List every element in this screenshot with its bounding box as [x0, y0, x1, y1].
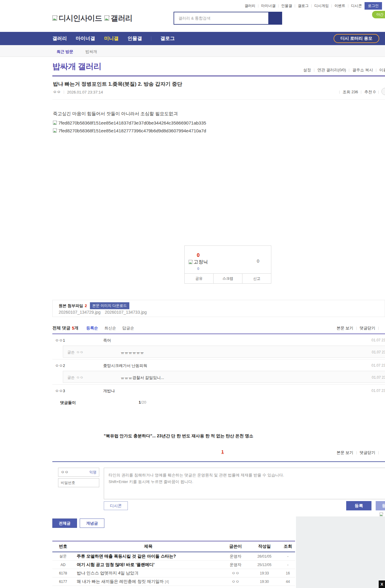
divider [295, 4, 295, 8]
image-alt-text: 7fed8270b58368f151ee85e141837d73e37d0be3… [58, 120, 206, 125]
col-number: 번호 [52, 544, 74, 549]
comment-text: 좆망시크레가서 난동피워 [103, 363, 147, 368]
top-link-dccon[interactable]: 디시콘 [351, 3, 362, 8]
row-writer[interactable]: ㅇㅇ [223, 579, 248, 584]
reply-nick[interactable]: ㅇㅇ [76, 375, 83, 380]
related-galleries-link[interactable]: 연관 갤러리(0/0) [317, 67, 346, 73]
top-link-gallery[interactable]: 갤러리 [245, 3, 255, 8]
nav-item-mini-active[interactable]: 미니갤 [104, 35, 119, 42]
tab-best-posts[interactable]: 개념글 [80, 519, 104, 528]
comment-password-field[interactable] [58, 478, 99, 487]
nav-item-minor[interactable]: 마이너갤 [76, 35, 95, 42]
comment-nick[interactable]: ㅇㅇ1 [55, 338, 65, 343]
usage-link[interactable]: 이용 [379, 67, 385, 73]
top-link-dcgame[interactable]: 디시게임 [314, 3, 329, 8]
login-button[interactable]: 로그인 [365, 2, 382, 10]
scrap-button[interactable]: 스크랩 [213, 274, 242, 283]
anonymous-label[interactable]: 익명 [89, 470, 97, 475]
post-image-1: 7fed8270b58368f151ee85e141837d73e37d0be3… [53, 120, 206, 125]
comments-total-label: 전체 댓글 [52, 325, 70, 331]
attachment-file-link[interactable]: 20260107_134733.jpg [105, 310, 146, 315]
divider [258, 4, 258, 8]
nav-item-person[interactable]: 인물갤 [128, 35, 142, 42]
row-number: 6178 [52, 571, 74, 575]
divider [378, 91, 379, 94]
sort-reply[interactable]: 답글순 [122, 325, 134, 331]
post-title: 밥냐 빠는거 정병포인트 1.좆목(붓질) 2. 방송 갑자기 중단 [53, 81, 182, 88]
sort-newest[interactable]: 최신순 [104, 325, 116, 331]
copy-gallery-url-link[interactable]: 갤주소 복사 [352, 67, 373, 73]
comment-placeholder-line2: Shift+Enter 키를 동시에 누르면 줄바꿈이 됩니다. [109, 479, 385, 485]
comment-bot-label: 댓글돌이 [60, 400, 76, 405]
post-author[interactable]: ㅇㅇ [53, 89, 61, 95]
broken-image-icon [53, 128, 57, 133]
row-title-link[interactable]: 밥냐 인스스 업뎃까지 4일 남았긔 [74, 571, 223, 576]
comment-list: ㅇㅇ1 죽어 01.07 23: 글쓴 ㅇㅇ ㅠㅠㅠㅠㅠㅠ 01.07 23:3… [52, 334, 385, 409]
row-title-link[interactable]: 왜 내가 빠는 새끼들은 레민충에 창짓 재기일까[4] [74, 579, 223, 584]
nav-item-gallog[interactable]: 갤로그 [160, 35, 175, 42]
post-option-icon[interactable] [381, 88, 385, 95]
password-input[interactable] [61, 481, 97, 485]
divider [52, 461, 385, 462]
comment-textarea[interactable]: 타인의 권리를 침해하거나 명예를 훼손하는 댓글은 운영원칙 및 관련 법률에… [104, 468, 385, 499]
breadcrumb-gallery-name[interactable]: 밥싸개 [85, 49, 97, 54]
ad-close-button[interactable]: X [379, 580, 385, 588]
recent-visit-label[interactable]: 최근 방문 [57, 49, 73, 54]
divider [348, 4, 348, 8]
divider [349, 69, 349, 72]
news-headline-link[interactable]: "북유럽 안가도 충분하다"... 23년간 단 한 번도 재사용 한 적 없는… [104, 433, 253, 439]
dc-lottery-button[interactable]: 디시 로터리 응모 [334, 34, 379, 43]
night-mode-badge[interactable]: 야간 도 [372, 11, 385, 18]
top-link-minor[interactable]: 마이너갤 [261, 3, 276, 8]
top-link-gallog[interactable]: 갤로그 [298, 3, 309, 8]
fixed-nick-vote[interactable]: 고정닉 [185, 259, 212, 265]
comment-nickname-field[interactable]: ㅇㅇ 익명 [58, 468, 99, 477]
comment-nick[interactable]: ㅇㅇ3 [55, 388, 65, 394]
search-button[interactable] [268, 12, 282, 24]
top-link-event[interactable]: 이벤트 [334, 3, 345, 8]
comment-submit-button-secondary[interactable]: 등록 [376, 501, 385, 510]
row-writer[interactable]: ㅇㅇ [223, 571, 248, 576]
tab-all-posts[interactable]: 전체글 [52, 519, 77, 528]
reply-time: 01.07 23:4 [372, 375, 385, 380]
top-link-person[interactable]: 인물갤 [281, 3, 292, 8]
view-post-link[interactable]: 본문 보기 [337, 450, 353, 455]
broken-image-icon [53, 121, 57, 125]
sort-registered[interactable]: 등록순 [86, 325, 98, 331]
broken-image-icon [189, 260, 193, 264]
post-date: 2026.01.07 23:37:14 [67, 90, 103, 94]
search-input[interactable] [174, 12, 264, 24]
row-title-link[interactable]: 여기 시험 공고 엄청 많데! 바로 '플랜메디' [74, 562, 223, 568]
nickname-value: ㅇㅇ [61, 469, 69, 475]
divider [339, 91, 340, 94]
attachment-file-link[interactable]: 20260107_134729.jpg [59, 310, 100, 315]
row-title-link[interactable]: 주류 모델하면 매출 폭등시킬 것 같은 아이돌 스타는? [74, 554, 223, 559]
downvote-count: 0 [254, 258, 262, 263]
reply-nick[interactable]: ㅇㅇ [76, 350, 83, 355]
view-post-link[interactable]: 본문 보기 [337, 325, 353, 331]
reply-author-badge: 글쓴 [67, 375, 75, 380]
bot-page-total: /20 [141, 400, 146, 405]
gallery-settings-link[interactable]: 설정 [303, 67, 311, 73]
site-logo[interactable]: 디시인사이드 갤러리 [52, 13, 132, 23]
col-date: 작성일 [248, 544, 281, 549]
dccon-button[interactable]: 디시콘 [104, 501, 128, 510]
comments-total-suffix: 개 [74, 325, 79, 331]
report-button[interactable]: 신고 [242, 274, 271, 283]
row-views: - [281, 554, 295, 559]
row-date: 19:33 [248, 571, 281, 575]
close-comments-link[interactable]: 댓글닫기 [360, 325, 375, 331]
comment-row: ㅇㅇ2 좆망시크레가서 난동피워 01.07 23: [52, 359, 385, 371]
download-images-button[interactable]: 본문 이미지 다운로드 [90, 302, 129, 309]
nav-item-gallery[interactable]: 갤러리 [52, 35, 67, 42]
comment-nick[interactable]: ㅇㅇ2 [55, 363, 65, 368]
comment-submit-button[interactable]: 등록 [346, 501, 371, 510]
row-writer[interactable]: 운영자 [223, 562, 248, 568]
comments-page-1[interactable]: 1 [220, 449, 225, 454]
close-comments-link[interactable]: 댓글닫기 [360, 450, 375, 455]
row-number: 6177 [52, 580, 74, 584]
comment-time: 01.07 23: [371, 338, 385, 342]
share-button[interactable]: 공유 [185, 274, 213, 283]
gallery-title[interactable]: 밥싸개 갤러리 [52, 61, 101, 72]
row-writer[interactable]: 운영자 [223, 554, 248, 559]
